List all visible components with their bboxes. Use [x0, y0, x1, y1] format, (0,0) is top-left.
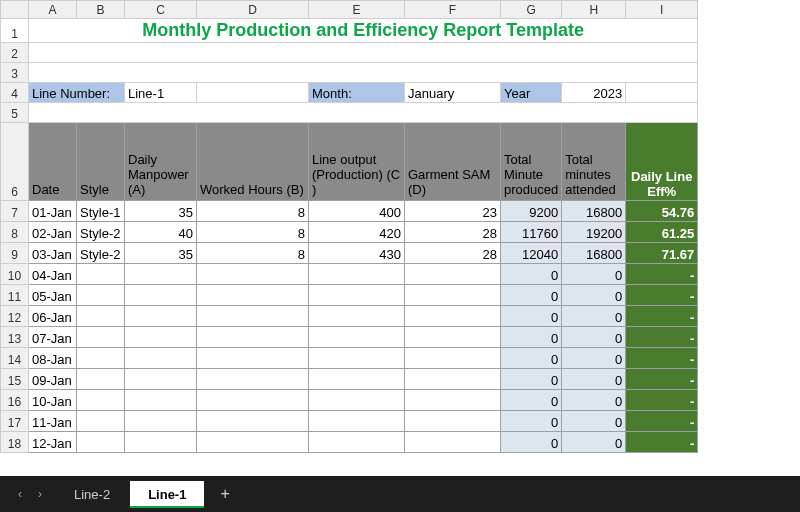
cell-manpower[interactable]: [125, 285, 197, 306]
tab-nav-next-icon[interactable]: ›: [38, 487, 42, 501]
cell-efficiency[interactable]: -: [626, 285, 698, 306]
cell-manpower[interactable]: [125, 327, 197, 348]
cell-min-produced[interactable]: 9200: [501, 201, 562, 222]
cell-hours[interactable]: [197, 264, 309, 285]
cell-output[interactable]: [309, 432, 405, 453]
col-header[interactable]: C: [125, 1, 197, 19]
cell-efficiency[interactable]: -: [626, 369, 698, 390]
cell-min-produced[interactable]: 0: [501, 285, 562, 306]
row-header[interactable]: 3: [1, 63, 29, 83]
cell-manpower[interactable]: [125, 390, 197, 411]
cell-manpower[interactable]: [125, 411, 197, 432]
cell-sam[interactable]: [405, 285, 501, 306]
row-header[interactable]: 2: [1, 43, 29, 63]
cell-min-produced[interactable]: 11760: [501, 222, 562, 243]
row-header[interactable]: 8: [1, 222, 29, 243]
row-header[interactable]: 4: [1, 83, 29, 103]
sheet-tab[interactable]: Line-1: [130, 481, 204, 508]
row-header[interactable]: 18: [1, 432, 29, 453]
cell-style[interactable]: [77, 390, 125, 411]
cell-min-attended[interactable]: 0: [562, 264, 626, 285]
row-header[interactable]: 10: [1, 264, 29, 285]
cell-efficiency[interactable]: -: [626, 411, 698, 432]
cell-date[interactable]: 11-Jan: [29, 411, 77, 432]
cell-style[interactable]: [77, 264, 125, 285]
cell-min-produced[interactable]: 0: [501, 327, 562, 348]
cell-min-attended[interactable]: 16800: [562, 201, 626, 222]
cell-style[interactable]: Style-2: [77, 222, 125, 243]
cell-min-produced[interactable]: 0: [501, 390, 562, 411]
col-header[interactable]: G: [501, 1, 562, 19]
cell-date[interactable]: 05-Jan: [29, 285, 77, 306]
cell-hours[interactable]: [197, 327, 309, 348]
cell-style[interactable]: [77, 369, 125, 390]
cell-min-attended[interactable]: 0: [562, 348, 626, 369]
cell-hours[interactable]: [197, 432, 309, 453]
cell-min-attended[interactable]: 0: [562, 432, 626, 453]
cell-sam[interactable]: [405, 327, 501, 348]
cell-output[interactable]: [309, 264, 405, 285]
cell[interactable]: [29, 103, 698, 123]
cell-min-produced[interactable]: 0: [501, 432, 562, 453]
tab-nav-prev-icon[interactable]: ‹: [18, 487, 22, 501]
cell-min-produced[interactable]: 12040: [501, 243, 562, 264]
cell-min-produced[interactable]: 0: [501, 264, 562, 285]
cell-hours[interactable]: [197, 411, 309, 432]
spreadsheet-grid[interactable]: A B C D E F G H I 1 Monthly Production a…: [0, 0, 698, 453]
row-header[interactable]: 17: [1, 411, 29, 432]
cell-manpower[interactable]: [125, 348, 197, 369]
cell-date[interactable]: 02-Jan: [29, 222, 77, 243]
row-header[interactable]: 1: [1, 19, 29, 43]
sheet-tab[interactable]: Line-2: [56, 481, 128, 508]
cell-style[interactable]: [77, 327, 125, 348]
cell-sam[interactable]: 23: [405, 201, 501, 222]
col-header[interactable]: E: [309, 1, 405, 19]
cell-efficiency[interactable]: -: [626, 432, 698, 453]
cell-manpower[interactable]: 35: [125, 243, 197, 264]
cell-sam[interactable]: [405, 390, 501, 411]
cell-sam[interactable]: [405, 369, 501, 390]
cell-sam[interactable]: [405, 306, 501, 327]
row-header[interactable]: 9: [1, 243, 29, 264]
col-header[interactable]: I: [626, 1, 698, 19]
year-value[interactable]: 2023: [562, 83, 626, 103]
cell-hours[interactable]: [197, 306, 309, 327]
col-header[interactable]: F: [405, 1, 501, 19]
cell-hours[interactable]: [197, 348, 309, 369]
cell-style[interactable]: Style-2: [77, 243, 125, 264]
col-header[interactable]: H: [562, 1, 626, 19]
cell-date[interactable]: 08-Jan: [29, 348, 77, 369]
cell-sam[interactable]: 28: [405, 243, 501, 264]
col-header[interactable]: B: [77, 1, 125, 19]
cell-date[interactable]: 12-Jan: [29, 432, 77, 453]
cell-style[interactable]: [77, 285, 125, 306]
cell-output[interactable]: [309, 348, 405, 369]
cell-min-attended[interactable]: 0: [562, 327, 626, 348]
cell-min-produced[interactable]: 0: [501, 369, 562, 390]
cell-date[interactable]: 06-Jan: [29, 306, 77, 327]
cell-output[interactable]: [309, 369, 405, 390]
cell-min-attended[interactable]: 16800: [562, 243, 626, 264]
cell[interactable]: [29, 63, 698, 83]
cell-style[interactable]: [77, 432, 125, 453]
add-sheet-button[interactable]: +: [208, 485, 241, 503]
cell-efficiency[interactable]: -: [626, 264, 698, 285]
cell-manpower[interactable]: [125, 306, 197, 327]
cell-min-attended[interactable]: 0: [562, 411, 626, 432]
cell-efficiency[interactable]: -: [626, 348, 698, 369]
cell-efficiency[interactable]: -: [626, 390, 698, 411]
cell-output[interactable]: 400: [309, 201, 405, 222]
cell-style[interactable]: [77, 411, 125, 432]
cell-date[interactable]: 07-Jan: [29, 327, 77, 348]
row-header[interactable]: 12: [1, 306, 29, 327]
cell-sam[interactable]: [405, 432, 501, 453]
cell-min-produced[interactable]: 0: [501, 306, 562, 327]
cell-min-produced[interactable]: 0: [501, 411, 562, 432]
cell-sam[interactable]: 28: [405, 222, 501, 243]
cell-output[interactable]: [309, 390, 405, 411]
row-header[interactable]: 11: [1, 285, 29, 306]
cell-efficiency[interactable]: 61.25: [626, 222, 698, 243]
cell-output[interactable]: 430: [309, 243, 405, 264]
cell-date[interactable]: 04-Jan: [29, 264, 77, 285]
select-all-corner[interactable]: [1, 1, 29, 19]
